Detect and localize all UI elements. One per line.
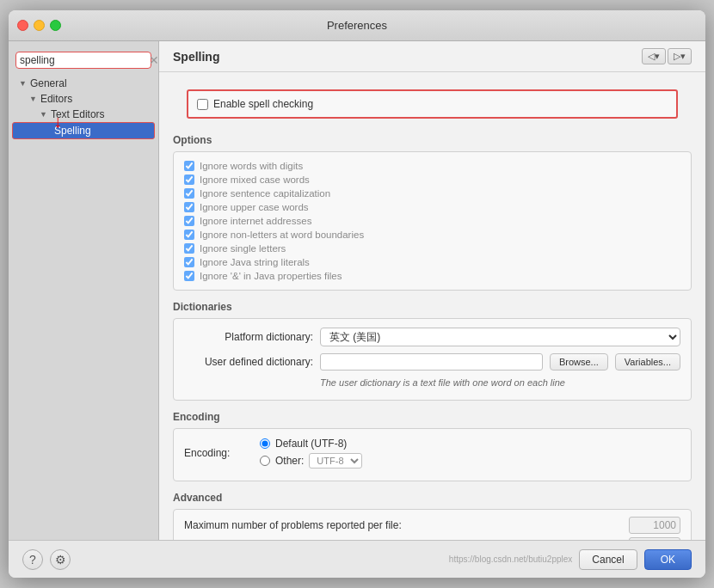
encoding-other-select[interactable]: UTF-8 (309, 453, 362, 469)
help-button[interactable]: ? (22, 549, 43, 570)
platform-dict-select[interactable]: 英文 (美国) (320, 328, 680, 346)
browse-button[interactable]: Browse... (550, 353, 608, 371)
encoding-default-radio[interactable] (260, 438, 270, 449)
encoding-default-label: Default (UTF-8) (275, 438, 347, 450)
option-checkbox-3[interactable] (184, 202, 194, 212)
panel-header: Spelling ◁▾ ▷▾ (159, 41, 705, 72)
option-label-6: Ignore single letters (200, 243, 286, 254)
option-label-3: Ignore upper case words (200, 202, 309, 212)
expand-arrow-general: ▼ (19, 79, 27, 88)
cancel-button[interactable]: Cancel (579, 549, 637, 570)
user-dict-input[interactable] (320, 353, 543, 371)
enable-spell-check-label: Enable spell checking (213, 98, 313, 110)
dictionaries-section: Dictionaries Platform dictionary: 英文 (美国… (173, 297, 692, 401)
max-problems-row: Maximum number of problems reported per … (184, 517, 680, 534)
dictionaries-grid: Platform dictionary: 英文 (美国) User define… (173, 318, 692, 401)
encoding-section: Encoding Encoding: Default (UTF-8) Other… (173, 407, 692, 481)
close-button[interactable] (17, 20, 28, 31)
sidebar-item-text-editors-label: Text Editors (51, 108, 105, 120)
nav-forward-button[interactable]: ▷▾ (668, 48, 692, 64)
url-watermark: https://blog.csdn.net/butiu2pplex (449, 554, 572, 564)
option-checkbox-0[interactable] (184, 161, 194, 171)
max-problems-label: Maximum number of problems reported per … (184, 519, 622, 531)
options-section: Options Ignore words with digits Ignore … (173, 131, 692, 291)
option-checkbox-5[interactable] (184, 230, 194, 240)
option-checkbox-4[interactable] (184, 216, 194, 226)
option-row-1: Ignore mixed case words (184, 173, 680, 187)
encoding-row: Encoding: Default (UTF-8) Other: UTF-8 (184, 438, 680, 469)
window-controls (17, 20, 61, 31)
preferences-window: Preferences ✕ ↓ ▼ General ▼ Editors ▼ Te (9, 10, 705, 578)
advanced-section-title: Advanced (173, 492, 692, 504)
sidebar-item-spelling-label: Spelling (54, 125, 91, 137)
sidebar-item-general[interactable]: ▼ General (9, 76, 158, 91)
option-row-0: Ignore words with digits (184, 159, 680, 173)
content-area: ✕ ↓ ▼ General ▼ Editors ▼ Text Editors S… (9, 41, 705, 540)
option-checkbox-1[interactable] (184, 175, 194, 185)
footer-left: ? ⚙ (22, 549, 71, 570)
encoding-default-row: Default (UTF-8) (260, 438, 362, 450)
option-row-2: Ignore sentence capitalization (184, 187, 680, 200)
radio-group: Default (UTF-8) Other: UTF-8 (260, 438, 362, 469)
user-dict-hint: The user dictionary is a text file with … (184, 377, 680, 388)
encoding-other-radio[interactable] (260, 456, 270, 466)
ok-button[interactable]: OK (644, 549, 692, 570)
advanced-section: Advanced Maximum number of problems repo… (173, 488, 692, 540)
sidebar-item-editors[interactable]: ▼ Editors (9, 91, 158, 107)
minimize-button[interactable] (34, 20, 45, 31)
option-row-7: Ignore Java string literals (184, 255, 680, 269)
nav-back-button[interactable]: ◁▾ (642, 48, 666, 64)
option-label-5: Ignore non-letters at word boundaries (200, 230, 364, 240)
expand-arrow-text-editors: ▼ (40, 110, 47, 119)
main-panel: Spelling ◁▾ ▷▾ Enable spell checking 取消这… (159, 41, 705, 540)
option-checkbox-8[interactable] (184, 271, 194, 281)
option-row-3: Ignore upper case words (184, 200, 680, 214)
variables-button[interactable]: Variables... (615, 353, 680, 371)
titlebar: Preferences (9, 10, 705, 41)
encoding-label: Encoding: (184, 447, 253, 459)
sidebar-item-editors-label: Editors (40, 93, 72, 105)
option-checkbox-7[interactable] (184, 257, 194, 267)
options-section-title: Options (173, 134, 692, 146)
enable-spell-check-container: Enable spell checking 取消这个拼写检查 (173, 81, 692, 127)
option-label-2: Ignore sentence capitalization (200, 188, 330, 199)
encoding-other-row: Other: UTF-8 (260, 453, 362, 469)
sidebar-item-general-label: General (30, 77, 67, 89)
search-clear-icon[interactable]: ✕ (149, 54, 159, 66)
encoding-other-label: Other: (275, 455, 304, 467)
option-row-6: Ignore single letters (184, 242, 680, 255)
option-checkbox-2[interactable] (184, 188, 194, 199)
search-box: ✕ (15, 52, 151, 69)
platform-dict-label: Platform dictionary: (184, 331, 313, 343)
option-label-0: Ignore words with digits (200, 161, 303, 171)
option-label-4: Ignore internet addresses (200, 216, 311, 226)
settings-icon-button[interactable]: ⚙ (50, 549, 71, 570)
max-problems-input[interactable] (629, 517, 680, 534)
option-row-8: Ignore '&' in Java properties files (184, 269, 680, 283)
nav-buttons: ◁▾ ▷▾ (642, 48, 692, 64)
window-title: Preferences (327, 19, 387, 32)
encoding-grid: Encoding: Default (UTF-8) Other: UTF-8 (173, 428, 692, 481)
sidebar-item-spelling[interactable]: Spelling (12, 122, 155, 139)
option-label-7: Ignore Java string literals (200, 257, 310, 267)
option-row-4: Ignore internet addresses (184, 214, 680, 228)
footer: ? ⚙ https://blog.csdn.net/butiu2pplex Ca… (9, 540, 705, 578)
panel-title: Spelling (173, 50, 219, 64)
spell-check-box: Enable spell checking (187, 89, 678, 119)
user-dict-label: User defined dictionary: (184, 356, 313, 368)
option-checkbox-6[interactable] (184, 243, 194, 254)
sidebar: ✕ ↓ ▼ General ▼ Editors ▼ Text Editors S… (9, 41, 159, 540)
dictionaries-section-title: Dictionaries (173, 301, 692, 313)
expand-arrow-editors: ▼ (29, 95, 37, 103)
option-label-1: Ignore mixed case words (200, 175, 310, 185)
platform-dict-row: Platform dictionary: 英文 (美国) (184, 328, 680, 346)
sidebar-item-text-editors[interactable]: ▼ Text Editors (9, 107, 158, 122)
user-dict-row: User defined dictionary: Browse... Varia… (184, 353, 680, 371)
option-label-8: Ignore '&' in Java properties files (200, 271, 342, 281)
enable-spell-check-checkbox[interactable] (197, 99, 208, 110)
maximize-button[interactable] (50, 20, 61, 31)
encoding-section-title: Encoding (173, 411, 692, 423)
options-grid: Ignore words with digits Ignore mixed ca… (173, 151, 692, 291)
option-row-5: Ignore non-letters at word boundaries (184, 228, 680, 242)
search-input[interactable] (20, 54, 149, 66)
